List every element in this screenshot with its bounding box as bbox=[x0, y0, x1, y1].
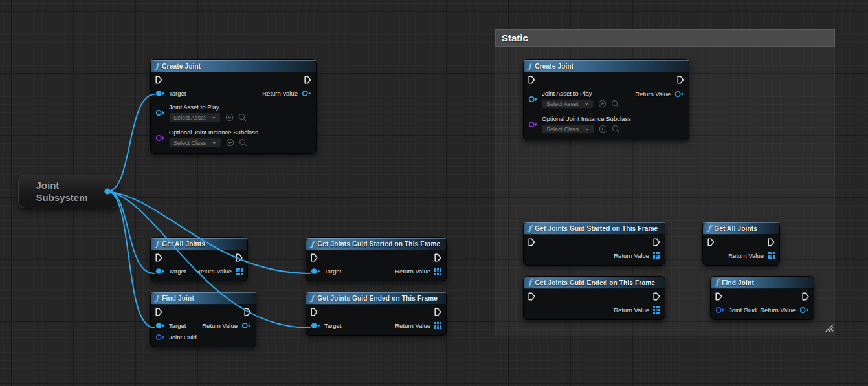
node-header[interactable]: ƒ Find Joint bbox=[711, 277, 814, 289]
comment-title: Static bbox=[502, 32, 528, 43]
select-asset-dropdown[interactable]: Select Asset ⌄ bbox=[169, 113, 221, 122]
exec-in-pin[interactable] bbox=[155, 253, 162, 262]
exec-in-pin[interactable] bbox=[155, 308, 162, 316]
node-title: Get All Joints bbox=[162, 241, 205, 248]
joint-asset-label: Joint Asset to Play bbox=[542, 90, 619, 97]
target-pin[interactable] bbox=[155, 90, 165, 97]
node-title: Create Joint bbox=[162, 63, 201, 70]
select-class-dropdown[interactable]: Select Class ⌄ bbox=[542, 124, 594, 134]
exec-out-pin[interactable] bbox=[244, 308, 251, 316]
function-icon: ƒ bbox=[715, 279, 718, 286]
return-value-array-pin[interactable] bbox=[434, 322, 441, 329]
node-joint-subsystem[interactable]: Joint Subsystem bbox=[18, 175, 118, 208]
joint-guid-label: Joint Guid bbox=[169, 334, 197, 341]
target-label: Target bbox=[169, 90, 186, 97]
comment-resize-handle[interactable] bbox=[825, 323, 834, 335]
return-value-label: Return Value bbox=[614, 252, 649, 259]
exec-in-pin[interactable] bbox=[528, 292, 535, 301]
node-header[interactable]: ƒ Get Joints Guid Ended on This Frame bbox=[524, 277, 665, 289]
return-value-array-pin[interactable] bbox=[768, 252, 775, 259]
node-title: Create Joint bbox=[535, 63, 573, 70]
use-selected-asset-icon[interactable] bbox=[225, 113, 234, 122]
joint-asset-pin[interactable] bbox=[528, 96, 538, 103]
select-class-dropdown[interactable]: Select Class ⌄ bbox=[169, 138, 221, 147]
return-value-array-pin[interactable] bbox=[653, 306, 660, 314]
node-get-joints-guid-started-static[interactable]: ƒ Get Joints Guid Started on This Frame … bbox=[523, 222, 665, 266]
exec-out-pin[interactable] bbox=[802, 292, 809, 301]
optional-subclass-pin[interactable] bbox=[528, 121, 538, 128]
exec-in-pin[interactable] bbox=[311, 253, 318, 262]
comment-header[interactable]: Static bbox=[495, 29, 835, 47]
node-header[interactable]: ƒ Find Joint bbox=[151, 292, 256, 305]
target-label: Target bbox=[324, 268, 341, 275]
node-get-all-joints-static[interactable]: ƒ Get All Joints Return Value bbox=[702, 222, 780, 266]
node-create-joint[interactable]: ƒ Create Joint Target Return Value Joint… bbox=[150, 59, 317, 154]
use-selected-class-icon[interactable] bbox=[599, 125, 607, 133]
node-get-joints-guid-ended-static[interactable]: ƒ Get Joints Guid Ended on This Frame Re… bbox=[523, 276, 665, 320]
return-value-pin[interactable] bbox=[799, 306, 809, 314]
function-icon: ƒ bbox=[707, 224, 711, 232]
return-value-array-pin[interactable] bbox=[434, 268, 441, 275]
use-selected-asset-icon[interactable] bbox=[598, 100, 606, 108]
node-find-joint-static[interactable]: ƒ Find Joint Joint Guid Return Value bbox=[710, 276, 814, 320]
wire-subsystem-to-find-joint-target[interactable] bbox=[108, 191, 155, 328]
node-get-all-joints[interactable]: ƒ Get All Joints Target Return Value bbox=[150, 237, 248, 281]
node-create-joint-static[interactable]: ƒ Create Joint Joint Asset to Play Selec… bbox=[523, 59, 689, 140]
exec-out-pin[interactable] bbox=[653, 292, 660, 301]
joint-guid-pin[interactable] bbox=[155, 334, 165, 341]
node-header[interactable]: ƒ Get Joints Guid Ended on This Frame bbox=[306, 292, 446, 305]
return-value-pin[interactable] bbox=[302, 90, 311, 97]
node-title: Find Joint bbox=[722, 279, 754, 286]
return-value-label: Return Value bbox=[262, 90, 298, 97]
function-icon: ƒ bbox=[311, 240, 314, 248]
use-selected-class-icon[interactable] bbox=[226, 138, 234, 147]
node-header[interactable]: ƒ Create Joint bbox=[151, 60, 316, 72]
return-value-array-pin[interactable] bbox=[653, 252, 660, 259]
browse-asset-icon[interactable] bbox=[611, 100, 619, 108]
exec-in-pin[interactable] bbox=[715, 292, 722, 301]
node-header[interactable]: ƒ Get Joints Guid Started on This Frame bbox=[524, 222, 665, 235]
optional-subclass-pin[interactable] bbox=[155, 134, 165, 142]
return-value-label: Return Value bbox=[395, 322, 430, 329]
node-get-joints-guid-started[interactable]: ƒ Get Joints Guid Started on This Frame … bbox=[306, 237, 447, 281]
exec-out-pin[interactable] bbox=[768, 238, 775, 246]
joint-subsystem-title: Joint Subsystem bbox=[36, 179, 101, 204]
joint-asset-pin[interactable] bbox=[155, 109, 165, 116]
target-pin[interactable] bbox=[311, 322, 320, 329]
return-value-pin[interactable] bbox=[241, 322, 251, 329]
node-get-joints-guid-ended[interactable]: ƒ Get Joints Guid Ended on This Frame Ta… bbox=[306, 292, 447, 336]
exec-out-pin[interactable] bbox=[677, 76, 684, 84]
target-pin[interactable] bbox=[155, 322, 165, 329]
exec-in-pin[interactable] bbox=[528, 76, 535, 84]
node-header[interactable]: ƒ Create Joint bbox=[524, 60, 689, 72]
node-header[interactable]: ƒ Get All Joints bbox=[703, 222, 779, 235]
return-value-label: Return Value bbox=[760, 306, 796, 314]
select-asset-dropdown[interactable]: Select Asset ⌄ bbox=[542, 99, 594, 109]
optional-subclass-label: Optional Joint Instance Subclass bbox=[169, 129, 258, 136]
browse-class-icon[interactable] bbox=[612, 125, 620, 133]
exec-out-pin[interactable] bbox=[304, 76, 311, 84]
exec-out-pin[interactable] bbox=[653, 238, 660, 246]
exec-in-pin[interactable] bbox=[528, 238, 535, 246]
browse-class-icon[interactable] bbox=[239, 138, 247, 147]
exec-in-pin[interactable] bbox=[707, 238, 715, 246]
return-value-label: Return Value bbox=[395, 268, 430, 275]
exec-in-pin[interactable] bbox=[155, 76, 162, 84]
exec-out-pin[interactable] bbox=[236, 253, 243, 262]
exec-in-pin[interactable] bbox=[311, 308, 318, 316]
exec-out-pin[interactable] bbox=[434, 253, 441, 262]
joint-guid-pin[interactable] bbox=[715, 306, 725, 314]
return-value-array-pin[interactable] bbox=[236, 268, 243, 275]
blueprint-graph-canvas[interactable]: Static Joint Subsystem ƒ Create Joint Ta… bbox=[0, 0, 868, 386]
return-value-pin[interactable] bbox=[674, 91, 684, 98]
exec-out-pin[interactable] bbox=[434, 308, 441, 316]
target-pin[interactable] bbox=[155, 268, 165, 275]
optional-subclass-label: Optional Joint Instance Subclass bbox=[542, 115, 631, 122]
node-find-joint[interactable]: ƒ Find Joint Target Return Value Joint G… bbox=[150, 292, 256, 347]
select-asset-value: Select Asset bbox=[173, 114, 206, 121]
select-class-value: Select Class bbox=[173, 140, 206, 146]
target-pin[interactable] bbox=[311, 268, 320, 275]
browse-asset-icon[interactable] bbox=[238, 113, 247, 122]
node-header[interactable]: ƒ Get All Joints bbox=[151, 238, 247, 250]
node-header[interactable]: ƒ Get Joints Guid Started on This Frame bbox=[306, 238, 446, 250]
